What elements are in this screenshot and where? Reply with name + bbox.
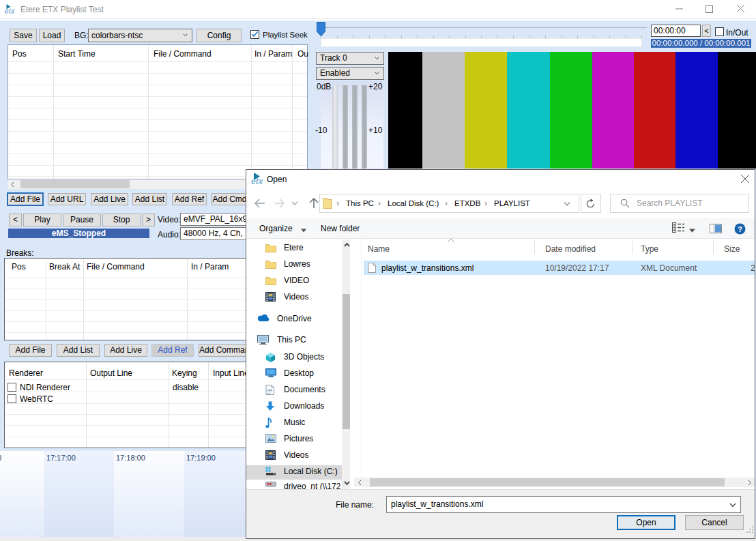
- svg-text:etx: etx: [5, 7, 16, 15]
- svg-text:?: ?: [738, 225, 742, 233]
- svg-text:etx: etx: [251, 177, 264, 186]
